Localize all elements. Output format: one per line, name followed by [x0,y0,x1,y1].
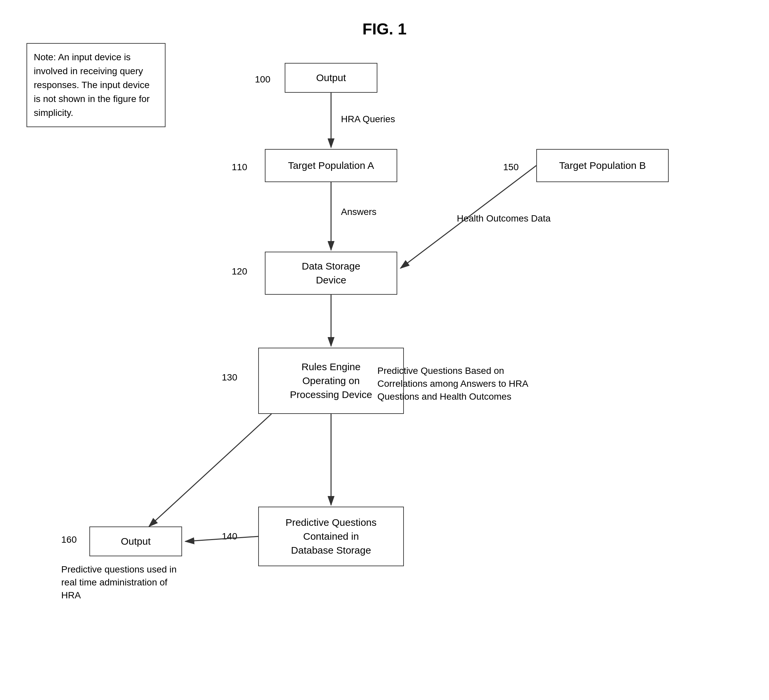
label-hra-queries: HRA Queries [341,113,395,126]
target-pop-b-box: Target Population B [536,149,669,182]
label-120: 120 [232,265,247,278]
label-health-outcomes: Health Outcomes Data [457,212,550,225]
label-130: 130 [222,371,237,384]
predictive-q-box: Predictive Questions Contained in Databa… [258,507,404,566]
output-bottom-box: Output [89,526,182,556]
data-storage-box: Data Storage Device [265,252,397,295]
label-160: 160 [61,533,77,546]
label-answers: Answers [341,205,376,218]
label-100: 100 [255,73,270,86]
label-140: 140 [222,530,237,543]
label-predictive-questions: Predictive Questions Based on Correlatio… [377,364,528,403]
output-top-box: Output [285,63,377,93]
svg-line-7 [149,414,272,526]
target-pop-a-box: Target Population A [265,149,397,182]
label-110: 110 [232,161,247,174]
figure-title: FIG. 1 [0,0,769,48]
label-150: 150 [503,161,519,174]
output-bottom-note: Predictive questions used in real time a… [61,563,177,602]
note-box: Note: An input device is involved in rec… [26,43,166,127]
